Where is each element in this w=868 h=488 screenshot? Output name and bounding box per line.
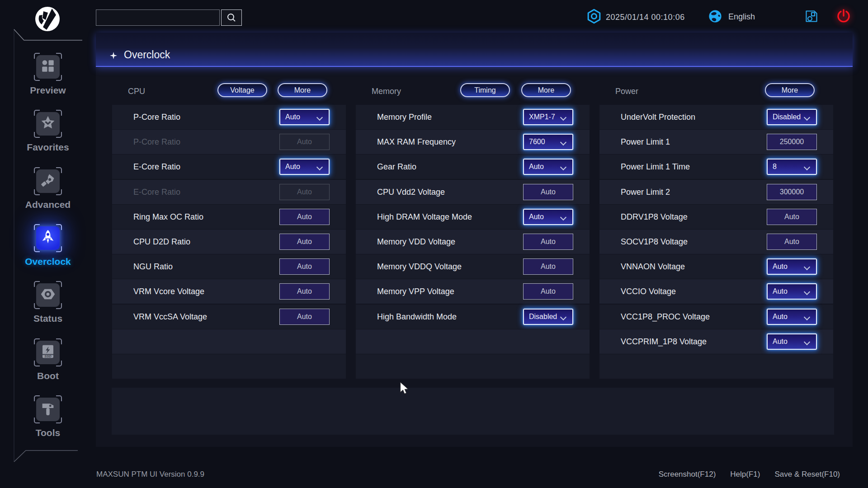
wrench-icon bbox=[40, 172, 56, 190]
chevron-down-icon bbox=[804, 164, 810, 170]
setting-label: Memory VPP Voltage bbox=[377, 287, 454, 296]
power-limit-1-input[interactable]: 250000 bbox=[767, 134, 817, 150]
column-memory: MemoryTimingMoreMemory ProfileXMP1-7MAX … bbox=[356, 83, 590, 379]
footer-link-help-f1[interactable]: Help(F1) bbox=[730, 470, 760, 479]
datetime-display: 2025/01/14 00:10:06 bbox=[606, 13, 685, 22]
ddrv1p8-voltage-input[interactable]: Auto bbox=[767, 209, 817, 225]
memory-profile-dropdown[interactable]: XMP1-7 bbox=[523, 109, 573, 125]
ngu-ratio-input[interactable]: Auto bbox=[279, 258, 330, 275]
setting-row-high-dram-voltage-mode: High DRAM Voltage ModeAuto bbox=[356, 205, 590, 229]
setting-row-socv1p8-voltage: SOCV1P8 VoltageAuto bbox=[599, 230, 833, 254]
rocket-icon bbox=[40, 229, 56, 247]
setting-row-p-core-ratio: P-Core RatioAuto bbox=[112, 105, 346, 129]
p-core-ratio-dropdown[interactable]: Auto bbox=[279, 109, 330, 125]
socv1p8-voltage-input[interactable]: Auto bbox=[767, 234, 817, 250]
sidebar-item-boot[interactable]: SSDBoot bbox=[14, 338, 82, 381]
setting-label: CPU Vdd2 Voltage bbox=[377, 188, 445, 197]
setting-label: Power Limit 1 bbox=[621, 137, 670, 147]
setting-label: CPU D2D Ratio bbox=[133, 237, 190, 247]
sidebar-item-label: Advanced bbox=[14, 199, 82, 210]
undervolt-protection-dropdown[interactable]: Disabled bbox=[767, 109, 817, 125]
cpu-vdd2-voltage-input[interactable]: Auto bbox=[523, 184, 573, 200]
footer-link-save-reset-f10[interactable]: Save & Reset(F10) bbox=[774, 470, 840, 479]
setting-label: DDRV1P8 Voltage bbox=[621, 212, 688, 222]
vcc1p8-proc-voltage-dropdown[interactable]: Auto bbox=[767, 309, 817, 325]
cpu-voltage-button[interactable]: Voltage bbox=[217, 83, 267, 97]
search-icon bbox=[226, 13, 236, 23]
gear-ratio-dropdown[interactable]: Auto bbox=[523, 159, 573, 175]
setting-label: Power Limit 2 bbox=[621, 188, 670, 197]
ssd-icon: SSD bbox=[40, 343, 56, 361]
cpu-d2d-ratio-input[interactable]: Auto bbox=[279, 234, 330, 250]
max-ram-frequency-dropdown[interactable]: 7600 bbox=[523, 134, 573, 150]
setting-label: MAX RAM Frequency bbox=[377, 137, 456, 147]
setting-label: E-Core Ratio bbox=[133, 188, 180, 197]
power-limit-2-input[interactable]: 300000 bbox=[767, 184, 817, 200]
ring-max-oc-ratio-input[interactable]: Auto bbox=[279, 209, 330, 225]
memory-more-button[interactable]: More bbox=[521, 83, 571, 97]
setting-row-cpu-vdd2-voltage: CPU Vdd2 VoltageAuto bbox=[356, 180, 590, 204]
setting-row-vrm-vcore-voltage: VRM Vcore VoltageAuto bbox=[112, 279, 346, 304]
setting-label: VNNAON Voltage bbox=[621, 262, 685, 272]
setting-row-memory-vdd-voltage: Memory VDD VoltageAuto bbox=[356, 230, 590, 254]
setting-row-vnnaon-voltage: VNNAON VoltageAuto bbox=[599, 254, 833, 279]
setting-label: NGU Ratio bbox=[133, 262, 173, 272]
chevron-down-icon bbox=[560, 214, 566, 221]
memory-vdd-voltage-input[interactable]: Auto bbox=[523, 234, 573, 250]
chevron-down-icon bbox=[316, 164, 323, 170]
setting-row-vrm-vccsa-voltage: VRM VccSA VoltageAuto bbox=[112, 305, 346, 329]
sidebar-item-tools[interactable]: Tools bbox=[14, 395, 82, 438]
vrm-vcore-voltage-input[interactable]: Auto bbox=[279, 283, 330, 300]
setting-row-power-limit-2: Power Limit 2300000 bbox=[599, 180, 833, 204]
setting-row-ring-max-oc-ratio: Ring Max OC RatioAuto bbox=[112, 205, 346, 229]
sidebar-item-advanced[interactable]: Advanced bbox=[14, 167, 82, 210]
memory-vpp-voltage-input[interactable]: Auto bbox=[523, 283, 573, 300]
globe-icon[interactable] bbox=[708, 9, 723, 24]
power-more-button[interactable]: More bbox=[765, 83, 815, 97]
sidebar-item-overclock[interactable]: Overclock bbox=[14, 224, 82, 267]
empty-row bbox=[112, 354, 346, 379]
column-title: CPU bbox=[128, 87, 145, 96]
e-core-ratio-input: Auto bbox=[279, 184, 330, 200]
setting-row-e-core-ratio: E-Core RatioAuto bbox=[112, 155, 346, 179]
cpu-more-button[interactable]: More bbox=[278, 83, 327, 97]
setting-label: VCCPRIM_1P8 Voltage bbox=[621, 337, 707, 347]
high-bandwidth-mode-dropdown[interactable]: Disabled bbox=[523, 309, 573, 325]
empty-row bbox=[356, 354, 590, 379]
hammer-icon bbox=[40, 400, 56, 418]
chevron-down-icon bbox=[804, 314, 810, 320]
memory-vddq-voltage-input[interactable]: Auto bbox=[523, 258, 573, 275]
e-core-ratio-dropdown[interactable]: Auto bbox=[279, 159, 330, 175]
search-input[interactable] bbox=[96, 9, 220, 26]
star-icon bbox=[40, 115, 56, 133]
chevron-down-icon bbox=[804, 339, 810, 345]
bios-app: 2025/01/14 00:10:06 English PreviewFavor… bbox=[0, 0, 868, 488]
setting-row-gear-ratio: Gear RatioAuto bbox=[356, 155, 590, 179]
setting-row-ngu-ratio: NGU RatioAuto bbox=[112, 254, 346, 279]
sidebar-item-favorites[interactable]: Favorites bbox=[14, 109, 82, 153]
footer-hotkeys: Screenshot(F12)Help(F1)Save & Reset(F10) bbox=[659, 470, 840, 479]
high-dram-voltage-mode-dropdown[interactable]: Auto bbox=[523, 209, 573, 225]
sparkle-icon bbox=[110, 52, 117, 59]
setting-row-cpu-d2d-ratio: CPU D2D RatioAuto bbox=[112, 230, 346, 254]
footer-link-screenshot-f12[interactable]: Screenshot(F12) bbox=[659, 470, 716, 479]
setting-row-e-core-ratio: E-Core RatioAuto bbox=[112, 180, 346, 204]
page-header: Overclock bbox=[96, 33, 853, 67]
save-icon[interactable] bbox=[804, 9, 819, 23]
vccprim-1p8-voltage-dropdown[interactable]: Auto bbox=[767, 333, 817, 350]
vnnaon-voltage-dropdown[interactable]: Auto bbox=[767, 258, 817, 275]
settings-hex-icon[interactable] bbox=[585, 8, 603, 25]
vrm-vccsa-voltage-input[interactable]: Auto bbox=[279, 309, 330, 325]
power-icon[interactable] bbox=[835, 8, 852, 24]
setting-label: VCCIO Voltage bbox=[621, 287, 676, 296]
power-limit-1-time-dropdown[interactable]: 8 bbox=[767, 159, 817, 175]
chevron-down-icon bbox=[560, 139, 566, 145]
page-title: Overclock bbox=[124, 49, 170, 61]
vccio-voltage-dropdown[interactable]: Auto bbox=[767, 283, 817, 300]
memory-timing-button[interactable]: Timing bbox=[460, 83, 510, 97]
setting-label: UnderVolt Protection bbox=[621, 113, 695, 122]
language-selector[interactable]: English bbox=[728, 12, 755, 22]
sidebar-item-status[interactable]: Status bbox=[14, 281, 82, 324]
search-button[interactable] bbox=[221, 9, 242, 26]
sidebar-item-preview[interactable]: Preview bbox=[14, 52, 82, 96]
